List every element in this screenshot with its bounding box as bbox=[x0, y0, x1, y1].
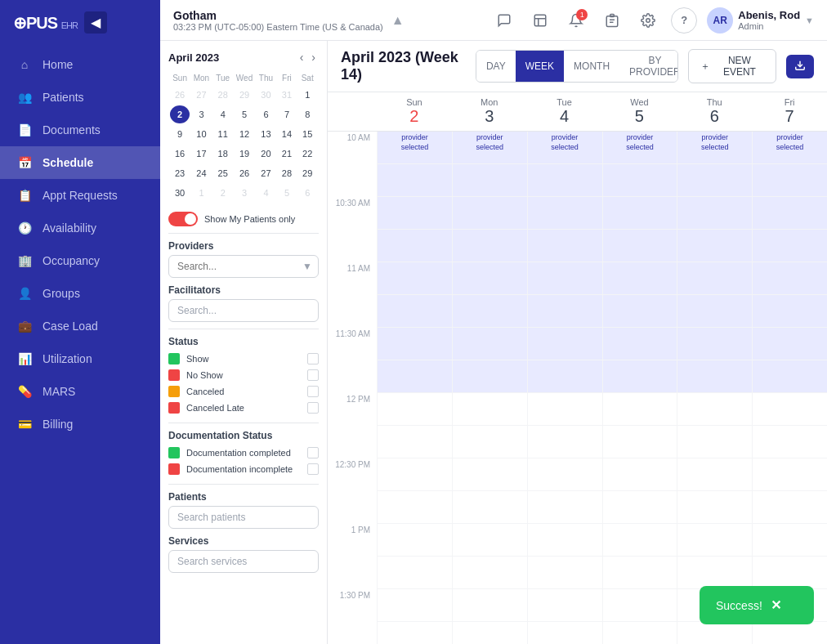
mini-cal-day[interactable]: 14 bbox=[277, 125, 296, 143]
providers-search[interactable] bbox=[168, 255, 319, 278]
sidebar-item-occupancy[interactable]: 🏢 Occupancy bbox=[0, 244, 160, 277]
cal-cell-sun-14[interactable] bbox=[377, 589, 452, 622]
cal-cell-mon-14[interactable] bbox=[452, 589, 527, 622]
mini-cal-day[interactable]: 1 bbox=[191, 184, 212, 202]
location-expand-icon[interactable]: ▲ bbox=[391, 13, 405, 28]
cal-cell-fri-8[interactable] bbox=[752, 393, 827, 426]
view-week-button[interactable]: WEEK bbox=[516, 51, 564, 82]
sidebar-item-home[interactable]: ⌂ Home bbox=[0, 48, 160, 81]
clipboard-button[interactable] bbox=[599, 7, 625, 34]
sidebar-item-patients[interactable]: 👥 Patients bbox=[0, 81, 160, 114]
cal-cell-tue-15[interactable] bbox=[527, 622, 602, 644]
cal-cell-fri-11[interactable] bbox=[752, 491, 827, 524]
sidebar-item-availability[interactable]: 🕐 Availability bbox=[0, 212, 160, 244]
cal-cell-mon-7[interactable] bbox=[452, 360, 527, 393]
mini-cal-day[interactable]: 27 bbox=[256, 164, 275, 182]
mini-cal-day[interactable]: 24 bbox=[191, 164, 212, 182]
cal-cell-thu-6[interactable] bbox=[677, 328, 752, 360]
cal-cell-mon-13[interactable] bbox=[452, 557, 527, 589]
mini-cal-day[interactable]: 30 bbox=[170, 184, 190, 202]
sidebar-item-billing[interactable]: 💳 Billing bbox=[0, 408, 160, 441]
settings-button[interactable] bbox=[635, 7, 661, 34]
cal-cell-fri-1[interactable] bbox=[752, 164, 827, 197]
cal-cell-thu-9[interactable] bbox=[677, 426, 752, 458]
cal-cell-fri-3[interactable] bbox=[752, 230, 827, 262]
cal-cell-wed-5[interactable] bbox=[602, 295, 677, 328]
sidebar-item-mars[interactable]: 💊 MARS bbox=[0, 375, 160, 408]
sidebar-item-groups[interactable]: 👤 Groups bbox=[0, 277, 160, 310]
cal-cell-sun-10[interactable] bbox=[377, 458, 452, 491]
cal-cell-mon-3[interactable] bbox=[452, 230, 527, 262]
cal-cell-fri-5[interactable] bbox=[752, 295, 827, 328]
mini-cal-day[interactable]: 16 bbox=[170, 145, 190, 163]
cal-cell-thu-4[interactable] bbox=[677, 262, 752, 295]
cal-cell-mon-0[interactable]: providerselected bbox=[452, 132, 527, 164]
cal-cell-thu-1[interactable] bbox=[677, 164, 752, 197]
sidebar-item-schedule[interactable]: 📅 Schedule bbox=[0, 146, 160, 179]
mini-cal-day[interactable]: 4 bbox=[256, 184, 275, 202]
mini-cal-day[interactable]: 28 bbox=[277, 164, 296, 182]
mini-cal-day[interactable]: 23 bbox=[170, 164, 190, 182]
cal-cell-wed-2[interactable] bbox=[602, 197, 677, 230]
cal-cell-wed-0[interactable]: providerselected bbox=[602, 132, 677, 164]
mini-cal-day[interactable]: 3 bbox=[191, 105, 212, 123]
cal-cell-tue-5[interactable] bbox=[527, 295, 602, 328]
mini-cal-day[interactable]: 3 bbox=[235, 184, 255, 202]
cal-cell-tue-6[interactable] bbox=[527, 328, 602, 360]
cal-cell-mon-8[interactable] bbox=[452, 393, 527, 426]
new-event-button[interactable]: ＋ NEW EVENT bbox=[688, 49, 776, 83]
cal-cell-wed-11[interactable] bbox=[602, 491, 677, 524]
mini-cal-day[interactable]: 8 bbox=[297, 105, 317, 123]
cal-cell-thu-8[interactable] bbox=[677, 393, 752, 426]
cal-cell-wed-9[interactable] bbox=[602, 426, 677, 458]
user-menu[interactable]: AR Abenis, Rod Admin ▼ bbox=[707, 7, 814, 34]
patients-search[interactable] bbox=[168, 506, 319, 529]
cal-cell-wed-4[interactable] bbox=[602, 262, 677, 295]
cal-cell-wed-13[interactable] bbox=[602, 557, 677, 589]
status-no-show-checkbox[interactable] bbox=[307, 369, 319, 381]
mini-cal-day[interactable]: 21 bbox=[277, 145, 296, 163]
cal-cell-thu-2[interactable] bbox=[677, 197, 752, 230]
cal-cell-thu-13[interactable] bbox=[677, 557, 752, 589]
status-canceled-checkbox[interactable] bbox=[307, 386, 319, 397]
notes-button[interactable] bbox=[527, 7, 553, 34]
mini-cal-day[interactable]: 6 bbox=[297, 184, 317, 202]
view-month-button[interactable]: MONTH bbox=[564, 51, 619, 82]
cal-cell-wed-6[interactable] bbox=[602, 328, 677, 360]
cal-cell-tue-9[interactable] bbox=[527, 426, 602, 458]
cal-cell-thu-11[interactable] bbox=[677, 491, 752, 524]
cal-cell-wed-12[interactable] bbox=[602, 524, 677, 557]
cal-cell-thu-3[interactable] bbox=[677, 230, 752, 262]
mini-cal-day[interactable]: 22 bbox=[297, 145, 317, 163]
mini-cal-day[interactable]: 1 bbox=[297, 86, 317, 104]
mini-cal-day[interactable]: 27 bbox=[191, 86, 212, 104]
cal-cell-mon-4[interactable] bbox=[452, 262, 527, 295]
cal-cell-thu-10[interactable] bbox=[677, 458, 752, 491]
cal-cell-sun-12[interactable] bbox=[377, 524, 452, 557]
cal-cell-tue-4[interactable] bbox=[527, 262, 602, 295]
cal-cell-mon-9[interactable] bbox=[452, 426, 527, 458]
bell-button[interactable]: 1 bbox=[563, 7, 589, 34]
mini-cal-day[interactable]: 10 bbox=[191, 125, 212, 143]
mini-cal-day[interactable]: 26 bbox=[170, 86, 190, 104]
cal-cell-fri-7[interactable] bbox=[752, 360, 827, 393]
mini-cal-day[interactable]: 4 bbox=[213, 105, 233, 123]
cal-cell-tue-0[interactable]: providerselected bbox=[527, 132, 602, 164]
cal-cell-tue-14[interactable] bbox=[527, 589, 602, 622]
cal-cell-tue-1[interactable] bbox=[527, 164, 602, 197]
cal-cell-fri-9[interactable] bbox=[752, 426, 827, 458]
mini-cal-day[interactable]: 31 bbox=[277, 86, 296, 104]
mini-cal-day[interactable]: 26 bbox=[235, 164, 255, 182]
cal-cell-mon-1[interactable] bbox=[452, 164, 527, 197]
cal-cell-fri-0[interactable]: providerselected bbox=[752, 132, 827, 164]
cal-cell-sun-3[interactable] bbox=[377, 230, 452, 262]
cal-cell-sun-0[interactable]: providerselected bbox=[377, 132, 452, 164]
cal-cell-fri-4[interactable] bbox=[752, 262, 827, 295]
cal-cell-fri-6[interactable] bbox=[752, 328, 827, 360]
back-button[interactable]: ◀ bbox=[84, 11, 107, 34]
cal-cell-mon-11[interactable] bbox=[452, 491, 527, 524]
mini-cal-day[interactable]: 28 bbox=[213, 86, 233, 104]
mini-cal-day[interactable]: 7 bbox=[277, 105, 296, 123]
view-by-provider-button[interactable]: BY PROVIDER bbox=[619, 51, 678, 82]
sidebar-item-case-load[interactable]: 💼 Case Load bbox=[0, 310, 160, 342]
